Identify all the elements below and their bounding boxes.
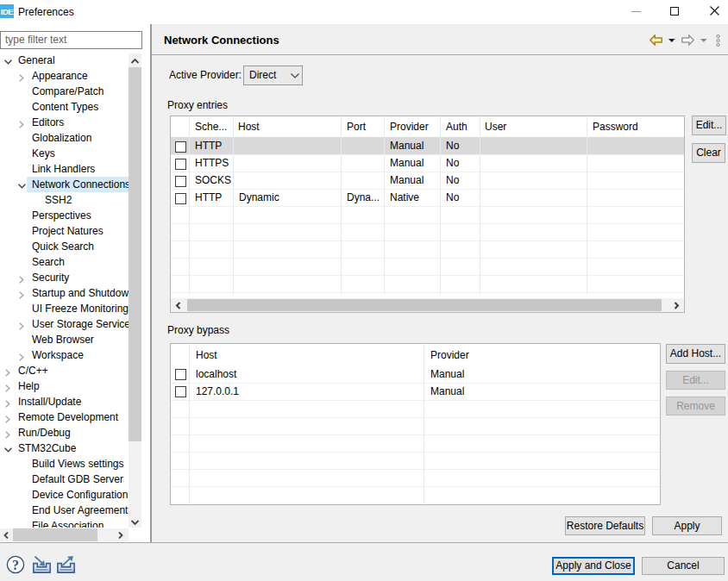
svg-text:?: ? — [12, 558, 19, 572]
